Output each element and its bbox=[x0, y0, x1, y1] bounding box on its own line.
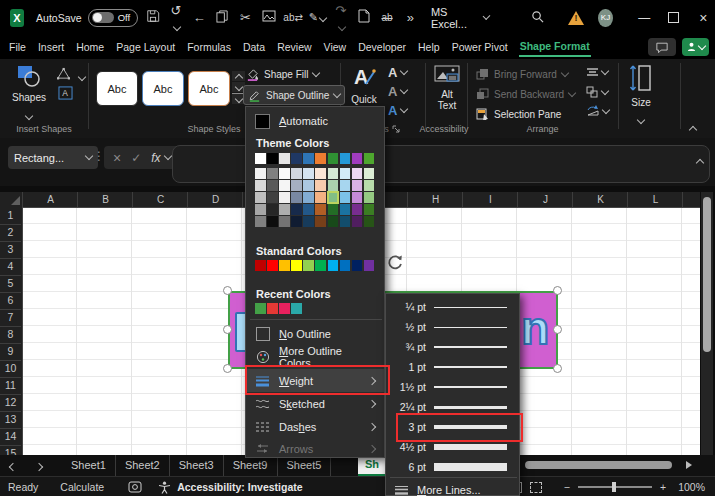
ribbon-tab-home[interactable]: Home bbox=[75, 38, 105, 56]
ribbon-tab-developer[interactable]: Developer bbox=[357, 38, 407, 56]
calculate-indicator[interactable]: Calculate bbox=[60, 481, 104, 493]
theme-variant-swatch[interactable] bbox=[328, 204, 339, 215]
column-header-C[interactable]: C bbox=[132, 192, 188, 207]
resize-handle[interactable] bbox=[553, 364, 562, 373]
theme-variant-swatch[interactable] bbox=[255, 168, 266, 179]
theme-color-swatch[interactable] bbox=[255, 153, 266, 164]
ribbon-tab-help[interactable]: Help bbox=[417, 38, 441, 56]
theme-color-swatch[interactable] bbox=[267, 153, 278, 164]
menu-item-dashes[interactable]: Dashes bbox=[246, 416, 384, 438]
column-header-D[interactable]: D bbox=[187, 192, 243, 207]
selection-pane-button[interactable]: Selection Pane bbox=[476, 106, 561, 122]
theme-variant-swatch[interactable] bbox=[303, 204, 314, 215]
sheet-tab-sheet2[interactable]: Sheet2 bbox=[116, 455, 170, 476]
row-header-1[interactable]: 1 bbox=[0, 207, 21, 225]
theme-variant-swatch[interactable] bbox=[340, 192, 351, 203]
standard-color-swatch[interactable] bbox=[340, 260, 351, 271]
standard-color-swatch[interactable] bbox=[328, 260, 339, 271]
zoom-slider-knob[interactable] bbox=[612, 482, 616, 492]
zoom-in-button[interactable]: + bbox=[660, 481, 666, 493]
row-header-13[interactable]: 13 bbox=[0, 411, 21, 429]
size-button[interactable]: Size bbox=[626, 63, 656, 127]
row-header-5[interactable]: 5 bbox=[0, 275, 21, 293]
theme-color-swatch[interactable] bbox=[364, 153, 375, 164]
column-header-B[interactable]: B bbox=[77, 192, 133, 207]
title-dropdown-icon[interactable] bbox=[483, 12, 491, 20]
ribbon-tab-formulas[interactable]: Formulas bbox=[186, 38, 232, 56]
column-header-A[interactable]: A bbox=[22, 192, 78, 207]
selected-color-swatch[interactable] bbox=[328, 192, 339, 203]
theme-variant-swatch[interactable] bbox=[340, 180, 351, 191]
theme-color-swatch[interactable] bbox=[279, 153, 290, 164]
resize-handle[interactable] bbox=[223, 325, 232, 334]
ink-icon[interactable]: ✎ bbox=[309, 11, 326, 24]
shape-style-card[interactable]: Abc bbox=[142, 71, 184, 106]
zoom-out-button[interactable]: − bbox=[564, 481, 570, 493]
theme-variant-swatch[interactable] bbox=[291, 204, 302, 215]
shape-style-card[interactable]: Abc bbox=[188, 71, 230, 106]
theme-variant-swatch[interactable] bbox=[303, 216, 314, 227]
row-header-6[interactable]: 6 bbox=[0, 292, 21, 310]
copy-icon[interactable] bbox=[214, 10, 231, 26]
menu-item-automatic[interactable]: Automatic bbox=[246, 110, 384, 132]
send-backward-button[interactable]: Send Backward bbox=[476, 86, 575, 102]
theme-variant-swatch[interactable] bbox=[340, 216, 351, 227]
theme-variant-swatch[interactable] bbox=[352, 168, 363, 179]
row-header-9[interactable]: 9 bbox=[0, 343, 21, 361]
theme-variant-swatch[interactable] bbox=[279, 180, 290, 191]
more-commands-icon[interactable]: » bbox=[402, 10, 419, 25]
weight-option-1pt[interactable]: 1 pt bbox=[386, 357, 519, 377]
ribbon-tab-insert[interactable]: Insert bbox=[37, 38, 65, 56]
row-header-12[interactable]: 12 bbox=[0, 394, 21, 412]
theme-variant-swatch[interactable] bbox=[340, 168, 351, 179]
standard-color-swatch[interactable] bbox=[291, 260, 302, 271]
new-document-icon[interactable] bbox=[355, 9, 372, 26]
strikethrough-icon[interactable]: ab bbox=[378, 12, 395, 23]
zoom-slider[interactable] bbox=[578, 486, 652, 488]
expand-formula-bar-button[interactable] bbox=[697, 152, 703, 170]
search-icon[interactable] bbox=[529, 10, 546, 26]
theme-variant-swatch[interactable] bbox=[315, 192, 326, 203]
page-break-view-icon[interactable] bbox=[530, 482, 542, 493]
translate-icon[interactable]: ab⇄ bbox=[283, 12, 303, 23]
theme-color-swatch[interactable] bbox=[328, 153, 339, 164]
column-header-J[interactable]: J bbox=[517, 192, 573, 207]
share-button[interactable] bbox=[682, 38, 709, 56]
minimize-button[interactable]: — bbox=[633, 5, 656, 31]
theme-variant-swatch[interactable] bbox=[255, 204, 266, 215]
column-header-I[interactable]: I bbox=[462, 192, 518, 207]
theme-variant-swatch[interactable] bbox=[328, 168, 339, 179]
theme-variant-swatch[interactable] bbox=[267, 180, 278, 191]
theme-variant-swatch[interactable] bbox=[364, 204, 375, 215]
close-button[interactable]: × bbox=[692, 5, 715, 31]
ribbon-tab-view[interactable]: View bbox=[323, 38, 348, 56]
vertical-scrollbar-thumb[interactable] bbox=[703, 197, 711, 352]
theme-variant-swatch[interactable] bbox=[255, 180, 266, 191]
column-header-K[interactable]: K bbox=[572, 192, 628, 207]
theme-variant-swatch[interactable] bbox=[291, 180, 302, 191]
theme-variant-swatch[interactable] bbox=[291, 216, 302, 227]
theme-variant-swatch[interactable] bbox=[352, 204, 363, 215]
recent-color-swatch[interactable] bbox=[279, 303, 290, 314]
collapse-ribbon-button[interactable] bbox=[690, 119, 696, 137]
insert-function-button[interactable]: fx bbox=[151, 151, 170, 165]
theme-variant-swatch[interactable] bbox=[303, 180, 314, 191]
theme-color-swatch[interactable] bbox=[303, 153, 314, 164]
theme-variant-swatch[interactable] bbox=[291, 168, 302, 179]
theme-variant-swatch[interactable] bbox=[255, 216, 266, 227]
save-icon[interactable] bbox=[144, 9, 161, 26]
resize-handle[interactable] bbox=[553, 325, 562, 334]
comments-button[interactable] bbox=[648, 38, 676, 56]
zoom-level[interactable]: 100% bbox=[678, 481, 705, 493]
warning-icon[interactable] bbox=[568, 11, 584, 25]
theme-variant-swatch[interactable] bbox=[279, 168, 290, 179]
cut-icon[interactable]: ✂ bbox=[237, 10, 254, 25]
standard-color-swatch[interactable] bbox=[352, 260, 363, 271]
theme-variant-swatch[interactable] bbox=[328, 180, 339, 191]
theme-variant-swatch[interactable] bbox=[315, 180, 326, 191]
sheet-tab-sheet9[interactable]: Sheet9 bbox=[224, 455, 278, 476]
menu-item-sketched[interactable]: Sketched bbox=[246, 393, 384, 415]
sheet-next-button[interactable] bbox=[26, 460, 52, 472]
theme-color-swatch[interactable] bbox=[352, 153, 363, 164]
rotate-handle-icon[interactable] bbox=[387, 254, 404, 271]
